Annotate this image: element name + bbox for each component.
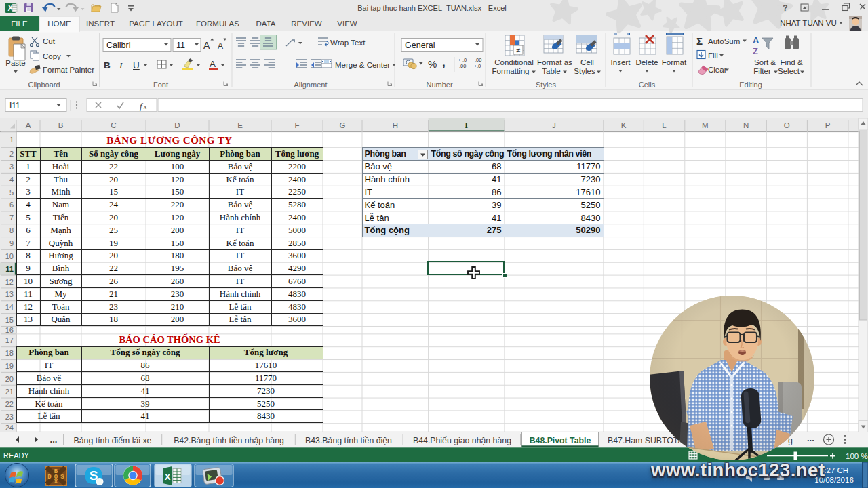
svg-text:Wrap Text: Wrap Text: [330, 39, 366, 47]
svg-text:x: x: [143, 103, 147, 110]
svg-text:E: E: [237, 121, 243, 129]
svg-text:PAGE LAYOUT: PAGE LAYOUT: [129, 20, 182, 28]
svg-text:Select: Select: [778, 67, 800, 75]
svg-text:AutoSum: AutoSum: [708, 37, 740, 45]
svg-text:HOME: HOME: [47, 20, 71, 28]
svg-text:...: ...: [50, 434, 58, 445]
svg-text:Filter: Filter: [753, 67, 771, 75]
svg-text:Copy: Copy: [43, 52, 61, 60]
svg-text:Paste: Paste: [5, 59, 25, 67]
svg-text:Sort &: Sort &: [754, 58, 776, 66]
svg-text:C: C: [111, 121, 116, 129]
svg-text:100 %: 100 %: [846, 452, 868, 460]
svg-text:.00: .00: [475, 57, 481, 63]
svg-text:Z: Z: [753, 46, 758, 56]
svg-text:?: ?: [783, 3, 787, 13]
svg-text:L: L: [662, 121, 667, 129]
svg-text:5: 5: [9, 188, 14, 197]
svg-text:X: X: [54, 479, 58, 485]
svg-text:FILE: FILE: [11, 20, 28, 28]
svg-text:.00: .00: [459, 63, 466, 69]
svg-text:Formatting: Formatting: [492, 67, 530, 75]
svg-text:D: D: [47, 474, 52, 481]
svg-text:INSERT: INSERT: [86, 20, 115, 28]
svg-text:READY: READY: [3, 451, 30, 460]
svg-text:Font: Font: [153, 81, 168, 89]
svg-text:D: D: [174, 121, 180, 129]
svg-text:Format Painter: Format Painter: [43, 66, 94, 74]
svg-text:15: 15: [5, 316, 14, 324]
svg-text:DATA: DATA: [256, 20, 276, 28]
svg-text:B48.Pivot Table: B48.Pivot Table: [530, 436, 591, 445]
svg-text:19: 19: [5, 362, 14, 370]
svg-text:A: A: [26, 121, 31, 129]
svg-text:Cut: Cut: [43, 37, 56, 45]
svg-text:.0: .0: [462, 57, 467, 63]
svg-text:4: 4: [9, 176, 14, 184]
svg-text:FORMULAS: FORMULAS: [196, 20, 239, 28]
svg-text:Styles: Styles: [536, 81, 556, 89]
svg-text:Alignment: Alignment: [294, 81, 328, 89]
svg-text:Format: Format: [662, 58, 687, 66]
svg-text:13: 13: [5, 290, 14, 298]
svg-text:A: A: [218, 41, 223, 51]
svg-text:11: 11: [176, 41, 185, 50]
svg-text:Delete: Delete: [635, 58, 658, 66]
svg-text:K: K: [621, 121, 627, 129]
svg-text:NHAT TUAN VU: NHAT TUAN VU: [780, 19, 837, 27]
svg-text:Table: Table: [542, 67, 561, 75]
svg-text:B42.Bảng tính tiền nhập hàng: B42.Bảng tính tiền nhập hàng: [174, 436, 284, 445]
svg-text:REVIEW: REVIEW: [291, 20, 322, 28]
svg-text:Format as: Format as: [537, 58, 572, 66]
svg-text:12: 12: [5, 278, 14, 286]
svg-text:21: 21: [5, 388, 14, 396]
svg-text:Insert: Insert: [611, 58, 631, 66]
svg-text:A: A: [753, 35, 760, 45]
svg-text:14: 14: [5, 303, 14, 311]
svg-text:VIEW: VIEW: [337, 20, 357, 28]
svg-text:I11: I11: [9, 101, 20, 110]
svg-text:G: G: [340, 121, 346, 129]
svg-text:%: %: [428, 58, 437, 70]
svg-text:General: General: [405, 41, 435, 50]
svg-text:Fill: Fill: [708, 52, 718, 60]
svg-text:M: M: [702, 121, 709, 129]
svg-text:P: P: [825, 121, 831, 129]
svg-text:24: 24: [5, 424, 14, 432]
svg-text:Bai tap thuc hanh EXCEL_TUAN.x: Bai tap thuc hanh EXCEL_TUAN.xlsx - Exce…: [357, 4, 506, 12]
svg-text:X: X: [165, 472, 171, 482]
svg-text:11: 11: [5, 265, 14, 273]
svg-text:8: 8: [9, 226, 14, 235]
svg-text:3: 3: [9, 163, 14, 171]
svg-text:.0: .0: [477, 63, 481, 69]
svg-text:23: 23: [5, 413, 14, 421]
svg-text:Clear: Clear: [708, 66, 727, 74]
svg-text:Calibri: Calibri: [106, 41, 130, 50]
svg-text:I: I: [465, 121, 468, 130]
svg-text:H: H: [393, 121, 398, 129]
svg-text:B: B: [104, 60, 111, 70]
svg-text:A: A: [203, 40, 210, 51]
svg-text:9: 9: [9, 239, 14, 247]
svg-text:,: ,: [442, 56, 446, 69]
svg-text:U: U: [133, 60, 140, 70]
svg-text:Σ: Σ: [696, 35, 703, 47]
svg-text:J: J: [552, 121, 556, 129]
svg-text:10: 10: [5, 252, 14, 260]
svg-text:2: 2: [9, 150, 14, 158]
svg-text:6: 6: [9, 201, 14, 209]
svg-text:A: A: [210, 59, 216, 69]
svg-text:S: S: [60, 474, 64, 481]
svg-text:O: O: [784, 121, 790, 129]
svg-text:≠: ≠: [516, 46, 520, 54]
svg-text:N: N: [743, 121, 749, 129]
svg-text:Bảng tính điểm lái xe: Bảng tính điểm lái xe: [74, 436, 152, 445]
svg-text:B: B: [58, 121, 64, 129]
svg-text:7: 7: [9, 214, 14, 222]
svg-text:Conditional: Conditional: [494, 58, 534, 66]
svg-text:22: 22: [5, 400, 14, 408]
svg-text:20: 20: [5, 375, 14, 383]
svg-text:B44.Phiếu giao nhận hàng: B44.Phiếu giao nhận hàng: [413, 436, 511, 445]
svg-text:Styles: Styles: [574, 67, 595, 75]
svg-text:Cells: Cells: [639, 81, 656, 89]
